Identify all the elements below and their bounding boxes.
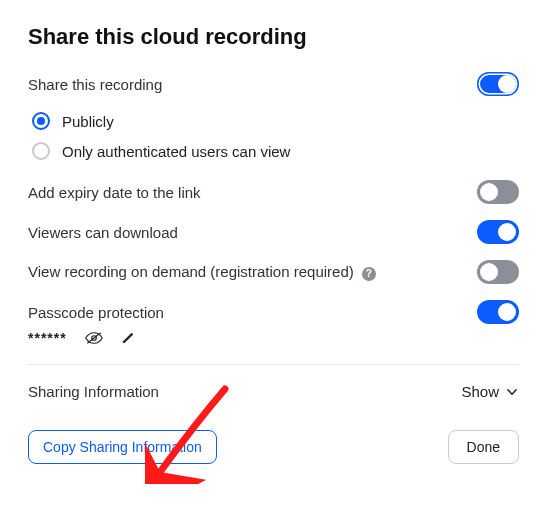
dialog-title: Share this cloud recording: [28, 24, 519, 50]
radio-option-auth-only[interactable]: Only authenticated users can view: [32, 142, 519, 160]
radio-label-auth-only: Only authenticated users can view: [62, 143, 290, 160]
copy-sharing-info-button[interactable]: Copy Sharing Information: [28, 430, 217, 464]
edit-icon[interactable]: [121, 331, 135, 345]
radio-icon: [32, 112, 50, 130]
eye-icon[interactable]: [85, 331, 103, 345]
chevron-down-icon: [505, 385, 519, 399]
on-demand-label: View recording on demand (registration r…: [28, 263, 477, 281]
radio-label-public: Publicly: [62, 113, 114, 130]
sharing-info-label: Sharing Information: [28, 383, 461, 400]
radio-icon: [32, 142, 50, 160]
download-toggle[interactable]: [477, 220, 519, 244]
passcode-label: Passcode protection: [28, 304, 477, 321]
done-button[interactable]: Done: [448, 430, 519, 464]
show-label: Show: [461, 383, 499, 400]
show-toggle[interactable]: Show: [461, 383, 519, 400]
passcode-value: ******: [28, 330, 67, 346]
radio-option-public[interactable]: Publicly: [32, 112, 519, 130]
share-recording-toggle[interactable]: [477, 72, 519, 96]
download-label: Viewers can download: [28, 224, 477, 241]
help-icon[interactable]: ?: [362, 267, 376, 281]
expiry-toggle[interactable]: [477, 180, 519, 204]
on-demand-toggle[interactable]: [477, 260, 519, 284]
passcode-toggle[interactable]: [477, 300, 519, 324]
expiry-label: Add expiry date to the link: [28, 184, 477, 201]
share-recording-label: Share this recording: [28, 76, 477, 93]
divider: [28, 364, 519, 365]
